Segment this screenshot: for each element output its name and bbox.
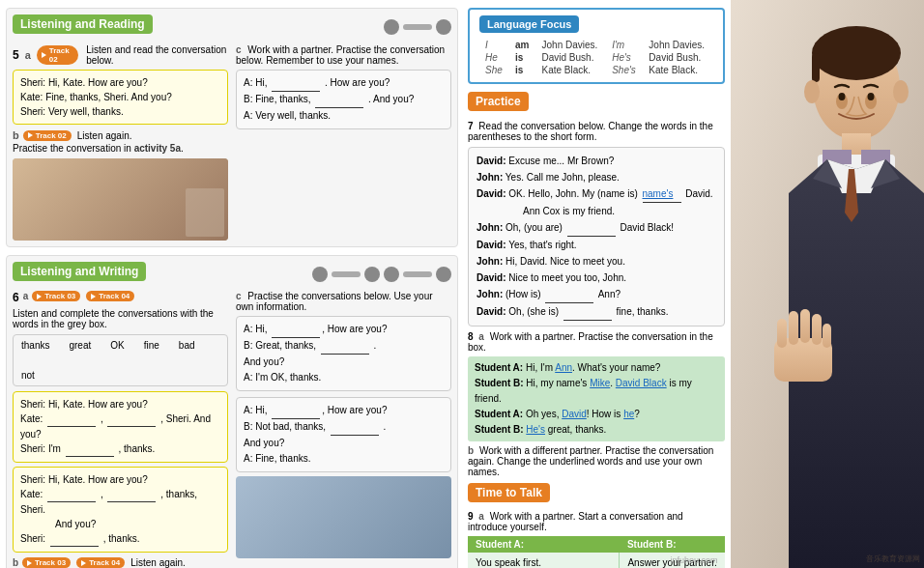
svg-point-5 [804, 80, 820, 103]
suba-label: a [25, 49, 31, 61]
practice-8b: b Work with a different partner. Practis… [468, 445, 725, 477]
conv-line1: Sheri: Hi, Kate. How are you? [20, 75, 220, 90]
step5-label: 5 [13, 48, 19, 62]
play-icon [42, 52, 46, 58]
lf-r3c4: She's [606, 64, 643, 76]
language-focus-header: Language Focus [479, 15, 579, 33]
play-icon2 [28, 132, 33, 138]
lf-r2c4: He's [606, 51, 643, 64]
lf-r3c2: is [509, 64, 536, 76]
instruction2: Work with a partner. Practise the conver… [236, 44, 445, 66]
green-conversation-box: Student A: Hi, I'm Ann. What's your name… [468, 356, 725, 441]
practice-section: Practice 7 Read the conversation below. … [468, 92, 725, 477]
left-panel: Listening and Reading 5 a Track 02 Liste… [0, 0, 464, 568]
lf-row2: He is David Bush. He's David Bush. [479, 51, 713, 64]
listening-reading-header: Listening and Reading [13, 14, 153, 34]
green-line3: Student A: Oh yes, David! How is he? [475, 407, 718, 422]
word2: great [69, 340, 91, 351]
track02a-badge: Track 02 [37, 45, 78, 65]
svg-rect-17 [823, 324, 831, 348]
conv-line3: Sheri: Very well, thanks. [20, 104, 220, 119]
practice-instruction7: 7 Read the conversation below. Change th… [468, 121, 725, 142]
svg-rect-13 [777, 319, 787, 348]
practice-8-header: 8 a Work with a partner. Practise the co… [468, 331, 725, 353]
svg-point-21 [868, 93, 875, 100]
footer-watermark: infuhou.com [670, 555, 717, 565]
ttt-r1c1: You speak first. [468, 553, 620, 568]
lf-r3c5: Kate Black. [643, 64, 713, 76]
right-panel: Language Focus I am John Davies. I'm Joh… [464, 0, 924, 568]
green-line2: Student B: Hi, my name's Mike. David Bla… [475, 376, 718, 407]
track04-badge: Track 04 [86, 291, 134, 301]
green-line1: Student A: Hi, I'm Ann. What's your name… [475, 360, 718, 376]
lf-r2c2: is [509, 51, 536, 64]
practice-box1: A: Hi, . How are you? B: Fine, thanks, .… [236, 70, 451, 129]
photo1 [13, 158, 228, 241]
practice-dialog7: David: Excuse me... Mr Brown? John: Yes.… [468, 147, 725, 327]
subc6-label: c [236, 291, 242, 301]
lw-instruction1: Listen and complete the conversations wi… [13, 308, 228, 329]
person-image: 音乐教育资源网 [731, 0, 924, 568]
person-svg [731, 0, 924, 568]
lf-r1c2: am [509, 39, 536, 51]
conversation1-box: Sheri: Hi, Kate. How are you? Kate: Fine… [13, 70, 228, 125]
prac-line2: B: Fine, thanks, . And you? [244, 92, 444, 108]
listening-reading-section: Listening and Reading 5 a Track 02 Liste… [6, 8, 458, 247]
listening-writing-header: Listening and Writing [13, 262, 146, 281]
lw-subc: c Practise the conversations below. Use … [236, 291, 451, 312]
step6-label: 6 [13, 291, 19, 304]
lf-r3c3: Kate Black. [536, 64, 607, 76]
lw-practice2: A: Hi, , How are you? B: Not bad, thanks… [236, 397, 451, 472]
lf-row1: I am John Davies. I'm John Davies. [479, 39, 713, 51]
lf-row3: She is Kate Black. She's Kate Black. [479, 64, 713, 76]
svg-point-20 [839, 93, 846, 100]
lf-r2c1: He [479, 51, 509, 64]
play-icon4 [91, 294, 96, 299]
word4: fine [144, 340, 159, 351]
svg-point-6 [893, 80, 909, 103]
lw-subb: b Track 03 Track 04 Listen again. [13, 557, 228, 568]
lf-r1c4: I'm [606, 39, 643, 51]
dialog-line1: David: Excuse me... Mr Brown? [476, 153, 716, 169]
suba6-label: a [23, 291, 29, 301]
play-icon3 [37, 294, 42, 299]
instruction4-row: Practise the conversation in activity 5a… [13, 143, 228, 154]
track02b-badge: Track 02 [23, 130, 72, 141]
time-to-talk-header: Time to Talk [468, 483, 550, 502]
ttt-header-b: Student B: [620, 536, 725, 553]
lw-conv2: Sheri: Hi, Kate. How are you? Kate: , , … [13, 467, 228, 553]
word3: OK [110, 340, 124, 351]
listening-writing-section: Listening and Writing 6 a Track 03 [6, 255, 458, 568]
word5: bad [179, 340, 195, 351]
dialog-line2: John: Yes. Call me John, please. [476, 169, 716, 185]
dialog-line7: David: Nice to meet you too, John. [476, 270, 716, 286]
svg-rect-15 [800, 309, 810, 343]
dialog-line4: John: Oh, (you are) David Black! [476, 219, 716, 237]
lf-r3c1: She [479, 64, 509, 76]
lf-r1c3: John Davies. [536, 39, 607, 51]
subb-label: b [13, 129, 19, 141]
photo2 [236, 476, 451, 558]
track03b-badge: Track 03 [22, 557, 71, 568]
blank1 [272, 75, 320, 92]
lf-r2c3: David Bush. [536, 51, 607, 64]
practice-header: Practice [468, 92, 529, 111]
ttt-instruction: 9 a Work with a partner. Start a convers… [468, 511, 725, 532]
lw-conv1: Sheri: Hi, Kate. How are you? Kate: , , … [13, 391, 228, 463]
lf-r2c5: David Bush. [643, 51, 713, 64]
watermark-right: 音乐教育资源网 [866, 554, 920, 564]
dialog-line3: David: OK. Hello, John. My (name is) nam… [476, 185, 716, 203]
conv-line2: Kate: Fine, thanks, Sheri. And you? [20, 90, 220, 104]
word6: not [21, 370, 35, 381]
green-line4: Student B: He's great, thanks. [475, 422, 718, 438]
svg-rect-14 [789, 311, 798, 345]
lf-r1c1: I [479, 39, 509, 51]
svg-point-3 [812, 26, 901, 80]
dialog-line5: David: Yes, that's right. [476, 237, 716, 253]
lw-practice1: A: Hi, , How are you? B: Great, thanks, … [236, 316, 451, 391]
lf-r1c5: John Davies. [643, 39, 713, 51]
instruction3: Listen again. [77, 130, 132, 141]
dialog-line6: John: Hi, David. Nice to meet you. [476, 253, 716, 270]
dialog-line9: David: Oh, (she is) fine, thanks. [476, 303, 716, 321]
prac-line1: A: Hi, . How are you? [244, 75, 444, 92]
